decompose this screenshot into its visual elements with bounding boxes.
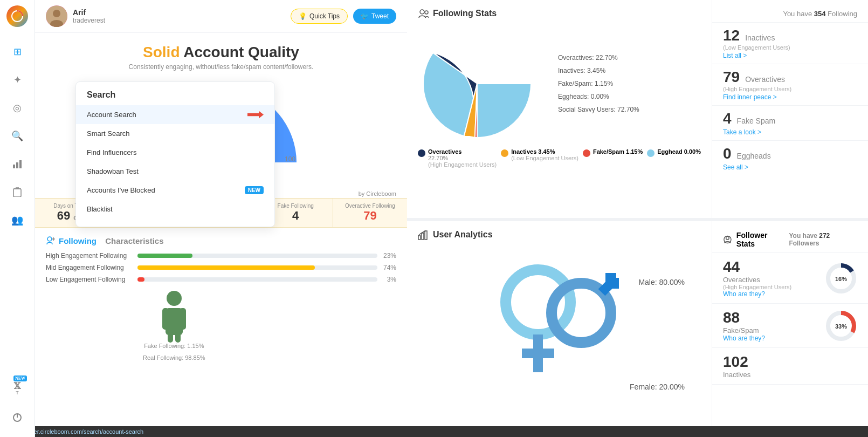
following-section-title: Following Characteristics <box>46 236 396 245</box>
sidebar-item-users[interactable]: 👥 <box>6 209 28 231</box>
gauge-search-area: 0 40 60 80 100 OUTSTANDING Searc <box>35 81 407 189</box>
follower-stats-title: Follower Stats <box>736 231 785 248</box>
svg-point-24 <box>167 291 182 306</box>
pie-label-social-savvy: Social Savvy Users: 72.70% <box>558 103 639 116</box>
sidebar-item-network[interactable]: ✦ <box>6 69 28 91</box>
arrow-icon <box>247 111 264 119</box>
stat-inactives-label: Inactives <box>745 33 775 42</box>
stat-inactives-top: 12 Inactives <box>723 27 857 44</box>
inner-peace-link[interactable]: Find inner peace > <box>723 93 857 101</box>
follower-icon <box>723 235 732 244</box>
stat-overactives-num: 79 <box>723 69 740 86</box>
char-mid-pct: 74% <box>377 264 396 271</box>
user-name: Arif <box>73 8 291 17</box>
who-are-they-link-1[interactable]: Who are they? <box>723 290 791 298</box>
tweet-label: Tweet <box>371 12 389 20</box>
following-stats-title: Following Stats <box>433 9 497 18</box>
female-label: Female: 20.00% <box>630 383 685 391</box>
stat-overactives-top: 79 Overactives <box>723 69 857 86</box>
stat-fakespam-top: 4 Fake Spam <box>723 110 857 127</box>
quick-tips-button[interactable]: 💡 Quick Tips <box>291 9 348 24</box>
tweet-bird-icon: 🐦 <box>361 12 369 20</box>
svg-rect-27 <box>180 308 186 330</box>
char-mid-bar <box>137 265 315 270</box>
avatar <box>46 5 67 27</box>
sidebar-item-target[interactable]: ◎ <box>6 97 28 119</box>
account-search-label: Account Search <box>87 111 136 119</box>
legend-dot-fakespam <box>583 149 590 157</box>
stat-card-inactives: 12 Inactives (Low Engagement Users) List… <box>712 23 868 64</box>
follower-overactives-sublabel: (High Engagement Users) <box>723 284 791 290</box>
search-item-account[interactable]: Account Search <box>76 105 274 124</box>
search-item-blacklist[interactable]: Blacklist <box>76 200 274 218</box>
legend-dot-egghead <box>647 149 655 157</box>
following-stats-icon <box>418 8 429 19</box>
sidebar-item-analytics[interactable] <box>6 153 28 175</box>
user-info: Arif tradeverest <box>73 8 291 24</box>
see-all-link[interactable]: See all > <box>723 163 857 171</box>
char-high-pct: 23% <box>377 252 396 260</box>
stat-card-fakespam: 4 Fake Spam Take a look > <box>712 106 868 141</box>
quality-subtitle: Consistently engaging, without/less fake… <box>46 63 396 71</box>
follower-card-inactives: 102 Inactives <box>712 348 868 385</box>
svg-rect-4 <box>13 189 21 197</box>
stat-fakespam-label: Fake Spam <box>737 117 776 125</box>
sidebar-item-power[interactable] <box>6 407 28 428</box>
shadowban-label: Shadowban Test <box>87 167 139 175</box>
stat-overactives-sublabel: (High Engagement Users) <box>723 86 857 92</box>
following-characteristics: Following Characteristics High Engagemen… <box>35 228 407 437</box>
list-all-link[interactable]: List all > <box>723 52 857 59</box>
pie-label-eggheads: Eggheads: 0.00% <box>558 90 639 103</box>
follower-inactives-left: 102 Inactives <box>723 353 750 379</box>
search-item-smart[interactable]: Smart Search <box>76 124 274 143</box>
search-item-shadowban[interactable]: Shadowban Test <box>76 162 274 181</box>
donut-fakespam: 33% <box>825 310 857 342</box>
pie-label-overactives: Overactives: 22.70% <box>558 51 639 64</box>
sidebar-item-delete[interactable] <box>6 181 28 203</box>
svg-rect-34 <box>425 231 427 240</box>
follower-header: Follower Stats You have 272 Followers <box>712 227 868 253</box>
char-high-bar <box>137 254 192 258</box>
search-item-blocked[interactable]: Accounts I've Blocked NEW <box>76 181 274 200</box>
char-mid: Mid Engagement Following 74% <box>46 264 396 271</box>
follower-overactives-num: 44 <box>723 258 791 276</box>
legend-egghead: Egghead 0.00% <box>647 148 701 168</box>
blacklist-label: Blacklist <box>87 205 113 213</box>
follower-fakespam-num: 88 <box>723 309 765 326</box>
take-look-link[interactable]: Take a look > <box>723 128 857 136</box>
quality-rest: Account Quality <box>183 44 299 60</box>
pie-chart-area: Overactives: 22.70% Inactives: 3.45% Fak… <box>418 24 701 143</box>
svg-point-31 <box>425 11 428 14</box>
follower-fakespam-label: Fake/Spam <box>723 326 765 334</box>
who-are-they-link-2[interactable]: Who are they? <box>723 334 765 342</box>
search-item-influencers[interactable]: Find Influencers <box>76 143 274 162</box>
sidebar-item-dashboard[interactable]: ⊞ <box>6 41 28 63</box>
char-low-bar <box>137 277 144 282</box>
legend-fakespam: Fake/Spam 1.15% <box>583 148 643 168</box>
char-mid-bar-bg <box>137 265 377 270</box>
person-svg <box>158 289 190 343</box>
gender-svg <box>500 254 619 388</box>
new-badge: NEW <box>13 375 27 381</box>
gender-area: Male: 80.00% Female: 20.00% <box>418 245 701 397</box>
donut-svg-1: 16% <box>825 262 857 295</box>
stat-inactives-num: 12 <box>723 27 740 44</box>
stat-card-eggheads: 0 Eggheads See all > <box>712 141 868 175</box>
main-content: Arif tradeverest 💡 Quick Tips 🐦 Tweet So… <box>35 0 868 437</box>
header-buttons: 💡 Quick Tips 🐦 Tweet <box>291 9 396 24</box>
svg-rect-1 <box>13 165 15 168</box>
quality-solid: Solid <box>143 44 180 60</box>
legend-dot-overactives <box>418 149 425 157</box>
tweet-button[interactable]: 🐦 Tweet <box>353 9 396 24</box>
svg-text:100: 100 <box>285 155 295 163</box>
sidebar-item-twitter[interactable]: 𝕏 NEW T <box>6 374 28 401</box>
analytics-main: User Analytics <box>407 221 712 437</box>
char-mid-label: Mid Engagement Following <box>46 264 137 271</box>
new-tag-blocked: NEW <box>245 186 264 194</box>
pie-label-inactives: Inactives: 3.45% <box>558 64 639 77</box>
avatar-image <box>46 5 67 27</box>
sidebar-item-search[interactable]: 🔍 <box>6 125 28 147</box>
analytics-title: User Analytics <box>433 230 493 240</box>
app-logo <box>6 5 28 27</box>
svg-point-43 <box>726 236 729 240</box>
